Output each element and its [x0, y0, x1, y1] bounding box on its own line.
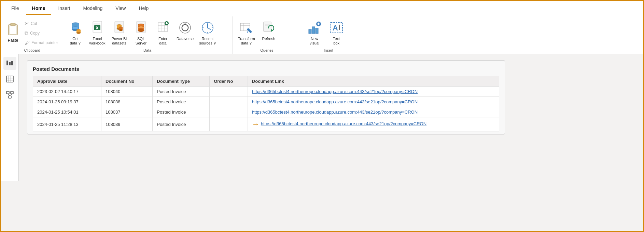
table-header-row: Approval Date Document No Document Type … [33, 76, 499, 87]
svg-marker-55 [247, 31, 248, 33]
new-visual-button[interactable]: New visual [304, 18, 325, 47]
powerbi-datasets-button[interactable]: Power BI datasets [109, 18, 130, 47]
col-document-link: Document Link [248, 76, 499, 87]
insert-group: New visual A Text box [301, 16, 356, 54]
cut-icon: ✂ [25, 21, 29, 27]
main-area: Posted Documents Approval Date Document … [1, 54, 643, 181]
sidebar-model-icon[interactable] [3, 88, 16, 101]
tab-home[interactable]: Home [26, 3, 52, 15]
svg-marker-42 [184, 23, 186, 25]
format-painter-label: Format painter [31, 40, 58, 45]
svg-point-10 [72, 27, 79, 29]
enter-data-button[interactable]: Enter data [152, 18, 173, 47]
table-cell: Posted Invoice [153, 97, 210, 107]
svg-rect-71 [9, 62, 11, 65]
table-cell: 108040 [101, 87, 153, 97]
document-link-cell[interactable]: https://d365bctest4.northeurope.cloudapp… [248, 97, 499, 107]
table-row: 2024-01-25 10:54:01108037Posted Invoiceh… [33, 107, 499, 117]
text-box-icon: A [328, 20, 345, 36]
svg-rect-1 [11, 23, 15, 26]
table-cell: 2024-01-25 11:28:13 [33, 117, 101, 131]
tab-file[interactable]: File [5, 3, 25, 15]
refresh-icon [261, 20, 277, 36]
svg-rect-61 [309, 29, 311, 34]
table-widget: Posted Documents Approval Date Document … [27, 60, 505, 134]
format-painter-button[interactable]: 🖌 Format painter [22, 38, 60, 47]
sidebar-table-icon[interactable] [3, 73, 16, 86]
clipboard-group-label: Clipboard [4, 47, 60, 54]
tab-insert[interactable]: Insert [52, 3, 76, 15]
refresh-label: Refresh [262, 37, 275, 41]
powerbi-datasets-label: Power BI datasets [112, 37, 127, 46]
table-title: Posted Documents [33, 66, 499, 72]
cut-button[interactable]: ✂ Cut [22, 19, 60, 28]
data-group: Get data ∨ X [62, 16, 233, 54]
col-order-no: Order No [210, 76, 248, 87]
clipboard-group: Paste ✂ Cut ⧉ Copy 🖌 Format painter [1, 16, 62, 54]
recent-sources-label: Recent sources ∨ [199, 37, 216, 46]
col-document-type: Document Type [153, 76, 210, 87]
tab-help[interactable]: Help [132, 3, 155, 15]
svg-point-30 [138, 29, 144, 32]
get-data-button[interactable]: Get data ∨ [65, 18, 86, 47]
ribbon: File Home Insert Modeling View Help [1, 1, 643, 54]
ribbon-content: Paste ✂ Cut ⧉ Copy 🖌 Format painter [1, 15, 643, 54]
document-link-cell[interactable]: →https://d365bctest4.northeurope.cloudap… [248, 117, 499, 131]
copy-button[interactable]: ⧉ Copy [22, 29, 60, 38]
enter-data-label: Enter data [158, 37, 167, 46]
text-box-button[interactable]: A Text box [326, 18, 347, 47]
new-visual-icon [306, 20, 323, 36]
recent-sources-icon [199, 20, 216, 36]
sidebar-report-icon[interactable] [3, 57, 16, 70]
tab-view[interactable]: View [109, 3, 132, 15]
svg-rect-79 [11, 91, 13, 94]
sql-server-button[interactable]: SQL Server [130, 18, 152, 47]
paste-icon [6, 20, 20, 38]
svg-text:A: A [333, 24, 338, 32]
table-cell [210, 97, 248, 107]
table-cell [210, 107, 248, 117]
table-cell [210, 117, 248, 131]
excel-workbook-button[interactable]: X Excel workbook [87, 18, 108, 47]
insert-group-label: Insert [304, 47, 353, 54]
svg-point-13 [76, 32, 81, 34]
table-cell: Posted Invoice [153, 87, 210, 97]
cut-label: Cut [31, 21, 37, 26]
paste-button[interactable]: Paste [4, 18, 22, 44]
new-visual-label: New visual [310, 37, 319, 46]
content-area: Posted Documents Approval Date Document … [19, 54, 643, 181]
excel-icon: X [89, 20, 106, 36]
data-group-label: Data [65, 47, 230, 54]
tab-modeling[interactable]: Modeling [77, 3, 109, 15]
queries-group-label: Queries [236, 47, 298, 54]
get-data-icon [67, 20, 84, 36]
document-link-cell[interactable]: https://d365bctest4.northeurope.cloudapp… [248, 87, 499, 97]
get-data-label: Get data ∨ [70, 37, 81, 46]
table-cell: 108038 [101, 97, 153, 107]
svg-rect-63 [316, 28, 318, 34]
svg-point-26 [119, 29, 123, 31]
left-sidebar [1, 54, 19, 181]
table-cell: 2024-01-25 09:19:37 [33, 97, 101, 107]
document-link-cell[interactable]: https://d365bctest4.northeurope.cloudapp… [248, 107, 499, 117]
format-painter-icon: 🖌 [25, 40, 30, 46]
transform-data-button[interactable]: Transform data ∨ [236, 18, 257, 47]
tab-bar: File Home Insert Modeling View Help [1, 1, 643, 15]
svg-rect-70 [6, 61, 8, 65]
table-cell: 108037 [101, 107, 153, 117]
dataverse-button[interactable]: Dataverse [174, 18, 196, 42]
svg-rect-62 [312, 27, 315, 34]
table-cell: 108039 [101, 117, 153, 131]
copy-icon: ⧉ [25, 30, 28, 36]
dataverse-label: Dataverse [177, 37, 194, 41]
sql-icon [133, 20, 149, 36]
table-cell: 2023-02-02 14:40:17 [33, 87, 101, 97]
text-box-label: Text box [333, 37, 340, 46]
enter-data-icon [155, 20, 171, 36]
transform-data-icon [238, 20, 255, 36]
sql-server-label: SQL Server [136, 37, 146, 46]
svg-rect-80 [9, 96, 11, 98]
transform-data-label: Transform data ∨ [238, 37, 255, 46]
refresh-button[interactable]: Refresh [258, 18, 279, 42]
recent-sources-button[interactable]: Recent sources ∨ [197, 18, 219, 47]
